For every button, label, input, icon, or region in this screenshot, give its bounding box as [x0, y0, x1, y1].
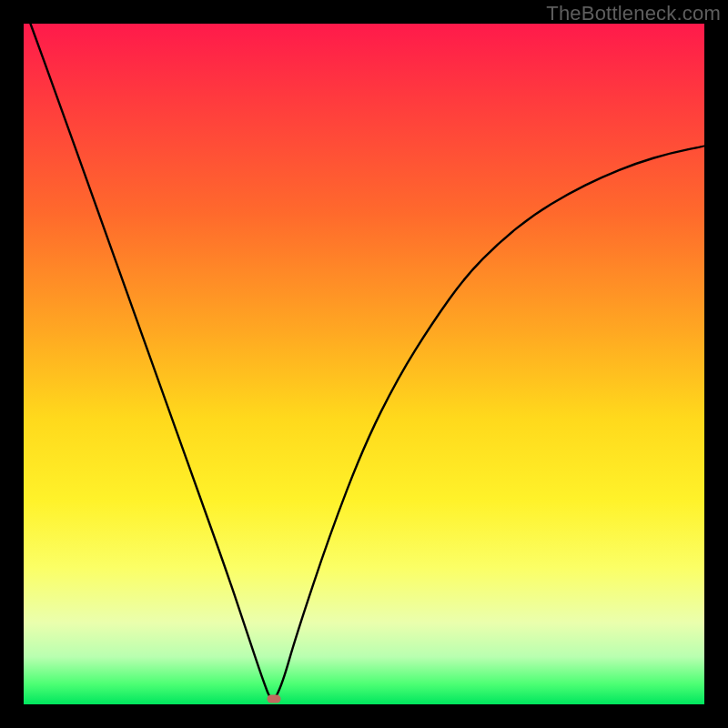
watermark-text: TheBottleneck.com — [546, 2, 721, 25]
optimum-marker — [268, 695, 281, 703]
plot-area — [24, 24, 704, 704]
chart-frame: TheBottleneck.com — [0, 0, 728, 728]
curve-svg — [24, 24, 704, 704]
bottleneck-curve — [30, 24, 704, 699]
